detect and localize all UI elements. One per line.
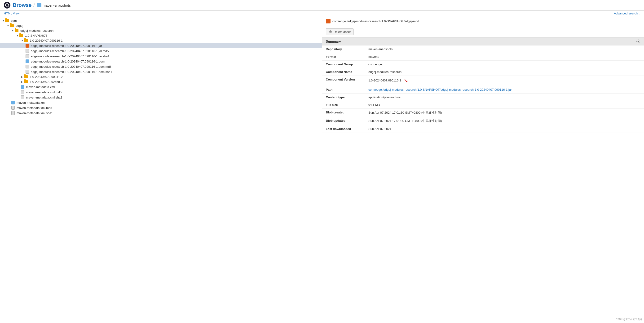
summary-title: Summary [326, 40, 341, 43]
app-logo [4, 2, 10, 9]
hash-icon [26, 54, 29, 58]
tree-item-label: edgej-modules-research-1.0-20240407.0901… [31, 44, 102, 48]
field-label-format: Format [322, 53, 364, 61]
summary-row-format: Formatmaven2 [322, 53, 644, 61]
field-value-blob_updated: Sun Apr 07 2024 17:01:30 GMT+0800 (中国标准时… [364, 117, 644, 125]
field-value-component_version: 1.0-20240407.090116-1 ➘ [364, 76, 644, 86]
summary-row-blob_created: Blob createdSun Apr 07 2024 17:01:30 GMT… [322, 109, 644, 117]
summary-row-component_version: Component Version1.0-20240407.090116-1 ➘ [322, 76, 644, 86]
field-value-file_size: 94.1 MB [364, 101, 644, 109]
tree-item-maven-metadata-sha1[interactable]: maven-metadata.xml.sha1 [0, 95, 322, 100]
pom-icon [26, 60, 29, 63]
expand-icon: ▼ [11, 29, 14, 32]
tree-item-label: maven-metadata.xml.sha1 [16, 111, 53, 115]
navbar: HTML View Advanced search... [0, 11, 644, 16]
app-header: Browse / maven-snapshots [0, 0, 644, 11]
field-label-repository: Repository [322, 46, 364, 53]
summary-row-component_name: Component Nameedgej-modules-research [322, 68, 644, 76]
tree-item-jar-file[interactable]: edgej-modules-research-1.0-20240407.0901… [0, 43, 322, 48]
tree-item-jar-md5[interactable]: edgej-modules-research-1.0-20240407.0901… [0, 48, 322, 54]
right-panel: com/edgej/edgej-modules-research/1.0-SNA… [322, 16, 644, 320]
folder-icon [24, 39, 28, 42]
tree-item-label: edgej-modules-research-1.0-20240407.0901… [31, 60, 104, 63]
field-value-component_name: edgej-modules-research [364, 68, 644, 76]
tree-item-label: 1.0-20240407.090116-1 [30, 39, 63, 42]
tree-item-label: maven-metadata.xml.md5 [16, 106, 52, 110]
tree-item-label: maven-metadata.xml.sha1 [26, 96, 62, 99]
tree-item-edgej-modules-research[interactable]: ▼ edgej-modules-research [0, 28, 322, 33]
expand-icon: ▼ [16, 34, 19, 37]
tree-item-jar-sha1[interactable]: edgej-modules-research-1.0-20240407.0901… [0, 54, 322, 59]
summary-row-component_group: Component Groupcom.edgej [322, 61, 644, 68]
summary-header: Summary ⊙ [322, 38, 644, 46]
hash-icon [26, 49, 29, 53]
tree-item-com[interactable]: ▼ com [0, 18, 322, 23]
tree-item-maven-metadata-md5[interactable]: maven-metadata.xml.md5 [0, 90, 322, 95]
navbar-left: HTML View [4, 12, 20, 15]
html-view-link[interactable]: HTML View [4, 12, 20, 15]
field-label-last_downloaded: Last downloaded [322, 125, 364, 133]
summary-row-content_type: Content typeapplication/java-archive [322, 94, 644, 101]
tree-item-1.0-20240407.090941-2-folder[interactable]: ▶ 1.0-20240407.090941-2 [0, 74, 322, 79]
hash-icon [26, 70, 29, 74]
tree-item-pom-md5[interactable]: edgej-modules-research-1.0-20240407.0901… [0, 64, 322, 69]
summary-row-file_size: File size94.1 MB [322, 101, 644, 109]
tree-item-1.0-SNAPSHOT[interactable]: ▼ 1.0-SNAPSHOT [0, 33, 322, 38]
tree-item-label: com [11, 19, 17, 23]
tree-item-pom-file[interactable]: edgej-modules-research-1.0-20240407.0901… [0, 59, 322, 64]
field-label-blob_updated: Blob updated [322, 117, 364, 125]
field-value-component_group: com.edgej [364, 61, 644, 68]
tree-item-label: edgej-modules-research-1.0-20240407.0901… [31, 49, 109, 53]
summary-row-last_downloaded: Last downloadedSun Apr 07 2024 [322, 125, 644, 133]
tree-item-maven-metadata-xml[interactable]: maven-metadata.xml [0, 84, 322, 90]
tree-item-label: maven-metadata.xml [16, 101, 45, 104]
tree-item-label: edgej-modules-research [20, 29, 54, 33]
navbar-right: Advanced search... [614, 12, 640, 15]
tree-item-root-maven-metadata-xml[interactable]: maven-metadata.xml [0, 100, 322, 105]
main-layout: ▼ com▼ edgej▼ edgej-modules-research▼ 1.… [0, 16, 644, 320]
folder-icon [5, 19, 9, 22]
expand-icon: ▼ [6, 24, 10, 27]
collapse-button[interactable]: ⊙ [636, 40, 640, 43]
folder-icon [15, 29, 18, 32]
summary-section: Summary ⊙ Repositorymaven-snapshotsForma… [322, 38, 644, 133]
folder-icon [24, 80, 28, 83]
repo-icon [37, 3, 42, 7]
expand-icon: ▶ [21, 81, 24, 83]
summary-row-blob_updated: Blob updatedSun Apr 07 2024 17:01:30 GMT… [322, 117, 644, 125]
delete-button-label: Delete asset [334, 30, 351, 34]
footer-watermark: CSDN @蓝天白云下漫游 [616, 318, 642, 320]
summary-table: Repositorymaven-snapshotsFormatmaven2Com… [322, 46, 644, 133]
tree-item-1.0-20240407.092658-3-folder[interactable]: ▶ 1.0-20240407.092658-3 [0, 79, 322, 84]
tree-item-label: maven-metadata.xml.md5 [26, 91, 62, 94]
advanced-search-link[interactable]: Advanced search... [614, 12, 640, 15]
xml-icon [11, 101, 15, 104]
xml-icon [21, 85, 24, 89]
delete-asset-button[interactable]: 🗑 Delete asset [326, 29, 354, 35]
tree-item-label: edgej-modules-research-1.0-20240407.0901… [31, 55, 109, 58]
field-label-blob_created: Blob created [322, 109, 364, 117]
tree-item-edgej[interactable]: ▼ edgej [0, 23, 322, 28]
version-arrow: ➘ [404, 78, 408, 84]
tree-item-label: edgej-modules-research-1.0-20240407.0901… [31, 65, 112, 69]
folder-icon [10, 24, 14, 27]
asset-header: com/edgej/edgej-modules-research/1.0-SNA… [322, 16, 644, 26]
field-value-path[interactable]: com/edgej/edgej-modules-research/1.0-SNA… [364, 86, 644, 94]
hash-icon [21, 90, 24, 94]
folder-icon [24, 75, 28, 78]
field-label-component_name: Component Name [322, 68, 364, 76]
tree-item-pom-sha1[interactable]: edgej-modules-research-1.0-20240407.0901… [0, 69, 322, 74]
tree-item-label: 1.0-20240407.092658-3 [30, 80, 63, 84]
tree-item-label: 1.0-20240407.090941-2 [30, 75, 63, 79]
field-label-path: Path [322, 86, 364, 94]
summary-row-repository: Repositorymaven-snapshots [322, 46, 644, 53]
tree-item-label: maven-metadata.xml [26, 85, 55, 89]
hash-icon [11, 111, 15, 115]
hash-icon [21, 95, 24, 99]
field-label-component_group: Component Group [322, 61, 364, 68]
tree-item-root-maven-metadata-md5[interactable]: maven-metadata.xml.md5 [0, 105, 322, 110]
path-link[interactable]: com/edgej/edgej-modules-research/1.0-SNA… [368, 88, 512, 91]
tree-item-1.0-20240407.090116-1-folder[interactable]: ▼ 1.0-20240407.090116-1 [0, 38, 322, 43]
tree-item-label: edgej [16, 24, 23, 28]
tree-item-root-maven-metadata-sha1[interactable]: maven-metadata.xml.sha1 [0, 110, 322, 116]
